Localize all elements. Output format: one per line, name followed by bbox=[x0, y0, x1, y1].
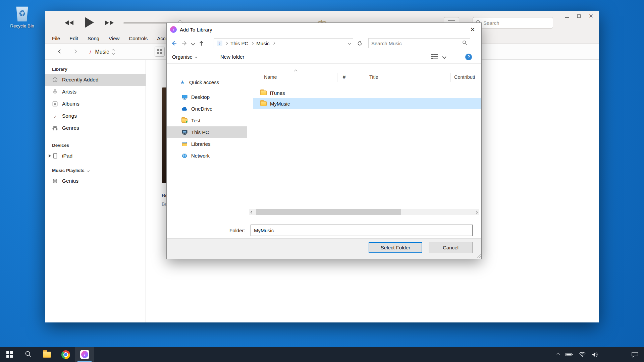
resize-grip[interactable] bbox=[476, 254, 481, 258]
folder-navigation-pane: ★ Quick access Desktop OneDrive bbox=[167, 64, 247, 216]
desktop-monitor-icon bbox=[181, 95, 187, 100]
disclosure-triangle-icon[interactable] bbox=[49, 154, 51, 158]
wifi-icon[interactable] bbox=[579, 352, 586, 357]
refresh-button[interactable] bbox=[357, 41, 363, 46]
music-playlists-header[interactable]: Music Playlists bbox=[52, 168, 146, 173]
menu-view[interactable]: View bbox=[109, 36, 119, 41]
sidebar-item-label: Recently Added bbox=[62, 77, 99, 83]
minimize-button[interactable] bbox=[565, 14, 569, 18]
forward-button[interactable] bbox=[73, 49, 77, 54]
microphone-icon bbox=[52, 89, 58, 95]
view-options-dropdown-icon[interactable] bbox=[442, 55, 446, 59]
file-row-mymusic[interactable]: MyMusic bbox=[253, 98, 481, 109]
sidebar-item-genius[interactable]: Genius bbox=[45, 175, 146, 187]
new-folder-button[interactable]: New folder bbox=[220, 54, 245, 60]
sidebar-item-artists[interactable]: Artists bbox=[45, 86, 146, 98]
taskbar-search-button[interactable] bbox=[19, 347, 38, 362]
column-divider[interactable] bbox=[450, 73, 451, 82]
menu-song[interactable]: Song bbox=[88, 36, 99, 41]
cancel-button[interactable]: Cancel bbox=[429, 242, 473, 253]
breadcrumb-music[interactable]: Music bbox=[256, 41, 269, 46]
sidebar-item-songs[interactable]: ♪ Songs bbox=[45, 110, 146, 122]
itunes-search-box[interactable] bbox=[473, 17, 553, 28]
up-button[interactable] bbox=[198, 40, 205, 47]
help-button[interactable]: ? bbox=[465, 54, 472, 60]
breadcrumb-this-pc[interactable]: This PC bbox=[230, 41, 248, 46]
show-hidden-icons-button[interactable] bbox=[557, 353, 559, 356]
devices-header: Devices bbox=[52, 143, 146, 148]
breadcrumb-separator-icon bbox=[225, 42, 228, 45]
file-row-itunes[interactable]: iTunes bbox=[253, 87, 481, 98]
sliders-icon bbox=[52, 125, 58, 131]
music-note-icon: ♪ bbox=[89, 49, 92, 55]
media-picker-stepper[interactable] bbox=[112, 49, 114, 54]
battery-icon[interactable] bbox=[566, 353, 573, 357]
scrollbar-thumb[interactable] bbox=[256, 209, 401, 215]
start-button[interactable] bbox=[0, 347, 19, 362]
volume-icon[interactable] bbox=[592, 352, 598, 357]
dialog-close-button[interactable]: × bbox=[464, 23, 481, 36]
chrome-button[interactable] bbox=[56, 347, 75, 362]
nav-item-test[interactable]: Test bbox=[167, 115, 247, 126]
sidebar-item-recently-added[interactable]: Recently Added bbox=[45, 74, 146, 86]
scroll-left-button[interactable] bbox=[249, 209, 255, 215]
media-picker-label: Music bbox=[95, 49, 109, 55]
music-playlists-label: Music Playlists bbox=[52, 168, 85, 173]
dialog-titlebar[interactable]: ♪ Add To Library × bbox=[167, 23, 481, 36]
details-view-icon[interactable] bbox=[431, 54, 438, 60]
maximize-button[interactable] bbox=[577, 14, 581, 18]
sidebar-item-ipad[interactable]: iPad bbox=[45, 150, 146, 162]
column-divider[interactable] bbox=[361, 73, 361, 82]
rewind-button[interactable] bbox=[64, 20, 74, 25]
play-button[interactable] bbox=[84, 16, 94, 28]
dialog-search-box[interactable] bbox=[368, 38, 470, 48]
fast-forward-button[interactable] bbox=[104, 20, 114, 25]
column-name[interactable]: Name bbox=[264, 74, 277, 80]
itunes-taskbar-button[interactable]: ♪ bbox=[75, 347, 94, 362]
toolbar-right-icons: ? bbox=[431, 54, 476, 60]
libraries-icon bbox=[181, 141, 187, 146]
forward-button[interactable] bbox=[181, 40, 188, 47]
address-bar[interactable]: ♪ This PC Music bbox=[214, 38, 353, 48]
nav-item-network[interactable]: Network bbox=[167, 150, 247, 162]
scroll-right-button[interactable] bbox=[473, 209, 479, 215]
media-picker[interactable]: ♪ Music bbox=[89, 47, 114, 57]
recent-locations-dropdown[interactable] bbox=[191, 41, 195, 46]
sidebar-item-label: iPad bbox=[62, 153, 72, 159]
menu-edit[interactable]: Edit bbox=[69, 36, 78, 41]
file-explorer-button[interactable] bbox=[38, 347, 56, 362]
column-contributing-artists[interactable]: Contributi bbox=[454, 74, 475, 80]
nav-item-desktop[interactable]: Desktop bbox=[167, 91, 247, 103]
sidebar-item-albums[interactable]: Albums bbox=[45, 98, 146, 110]
folder-name-input[interactable] bbox=[251, 225, 473, 236]
sidebar-item-genres[interactable]: Genres bbox=[45, 122, 146, 134]
menu-file[interactable]: File bbox=[52, 36, 60, 41]
itunes-search-input[interactable] bbox=[483, 20, 550, 26]
back-button[interactable] bbox=[171, 40, 177, 47]
back-button[interactable] bbox=[58, 49, 62, 54]
column-title[interactable]: Title bbox=[369, 74, 378, 80]
itunes-sidebar: Library Recently Added Artists bbox=[45, 60, 146, 322]
address-dropdown-icon[interactable] bbox=[348, 42, 351, 45]
search-icon bbox=[25, 351, 32, 359]
horizontal-scrollbar[interactable] bbox=[249, 209, 479, 215]
nav-item-this-pc[interactable]: This PC bbox=[167, 126, 247, 138]
nav-item-onedrive[interactable]: OneDrive bbox=[167, 103, 247, 115]
nav-item-libraries[interactable]: Libraries bbox=[167, 138, 247, 150]
dialog-search-input[interactable] bbox=[371, 41, 460, 46]
action-center-button[interactable] bbox=[631, 352, 639, 358]
view-switcher-button[interactable] bbox=[155, 47, 165, 57]
ipad-icon bbox=[52, 153, 58, 159]
column-divider[interactable] bbox=[337, 73, 337, 82]
recycle-bin-desktop-icon[interactable]: ♻ Recycle Bin bbox=[6, 5, 38, 28]
desktop: ♻ Recycle Bin bbox=[0, 0, 644, 362]
sort-ascending-icon bbox=[294, 70, 298, 73]
menu-controls[interactable]: Controls bbox=[129, 36, 148, 41]
nav-item-quick-access[interactable]: ★ Quick access bbox=[167, 76, 247, 88]
column-number[interactable]: # bbox=[343, 74, 345, 80]
select-folder-button[interactable]: Select Folder bbox=[369, 242, 422, 253]
close-button[interactable]: × bbox=[589, 14, 593, 18]
organise-menu-button[interactable]: Organise bbox=[172, 54, 197, 60]
taskbar: ♪ bbox=[0, 347, 644, 362]
organise-label: Organise bbox=[172, 54, 193, 60]
